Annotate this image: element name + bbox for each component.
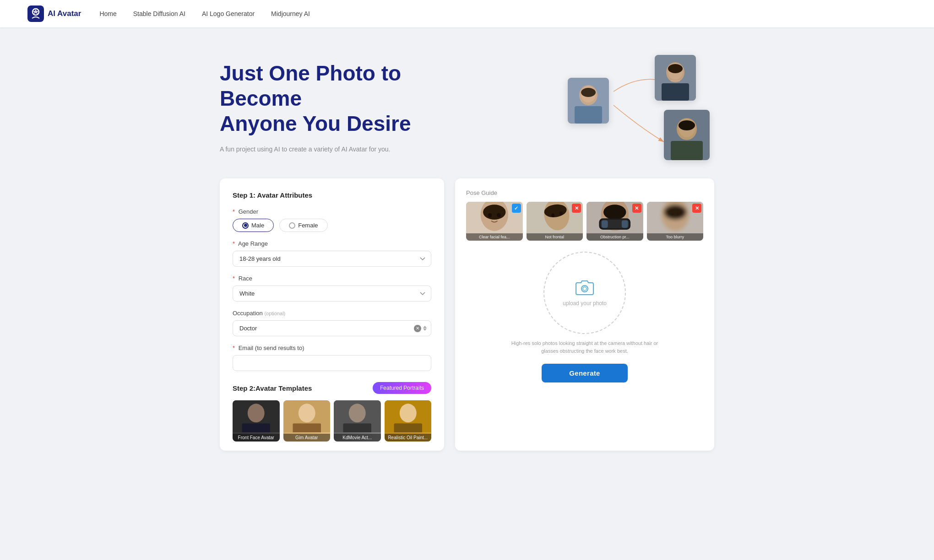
upload-text: upload your photo [563,300,607,307]
hero-title: Just One Photo to Become Anyone You Desi… [220,61,458,137]
nav-home[interactable]: Home [99,10,116,17]
pose-badge-4: ✕ [692,204,701,213]
generate-button[interactable]: Generate [542,364,627,382]
upload-hint: High-res solo photos looking straight at… [502,339,667,355]
pose-badge-1: ✓ [512,204,521,213]
featured-portraits-btn[interactable]: Featured Portraits [373,382,431,394]
pose-label-4: Too blurry [647,233,704,241]
svg-point-52 [678,213,681,218]
nav-ai-logo[interactable]: AI Logo Generator [202,10,255,17]
pose-badge-3: ✕ [632,204,641,213]
age-label: * Age Range [233,240,431,247]
step2-title: Step 2:Avatar Templates [233,384,312,392]
pose-label-2: Not frontal [527,233,583,241]
pose-badge-2: ✕ [572,204,581,213]
pose-grid: ✓ Clear facial fea... ✕ Not frontal [466,202,703,241]
hero-photo-top [655,55,696,101]
template-label-1: Front Face Avatar [233,434,280,442]
logo-text: AI Avatar [48,9,81,18]
hero-images [568,55,714,160]
svg-point-20 [248,404,265,422]
spin-icon[interactable] [423,326,427,331]
svg-rect-27 [343,423,372,432]
left-panel: Step 1: Avatar Attributes * Gender Male … [220,178,444,451]
occupation-wrapper: ✕ [233,320,431,336]
gender-label: * Gender [233,208,431,215]
hero-photo-main [568,78,609,124]
svg-point-54 [583,287,586,291]
template-card-3[interactable]: KdMovie Act... [334,400,381,442]
template-card-2[interactable]: Gim Avatar [283,400,331,442]
svg-point-51 [669,213,673,218]
svg-point-43 [603,205,626,220]
step1-title: Step 1: Avatar Attributes [233,191,431,199]
email-label: * Email (to send results to) [233,345,431,351]
svg-point-23 [298,404,315,422]
right-panel: Pose Guide ✓ Clear facial fea... [455,178,714,451]
svg-rect-24 [293,423,321,432]
pose-card-4: ✕ Too blurry [647,202,704,241]
occupation-icons: ✕ [414,325,427,332]
hero-subtitle: A fun project using AI to create a varie… [220,144,458,154]
hero-section: Just One Photo to Become Anyone You Desi… [192,27,742,178]
nav-stable-diffusion[interactable]: Stable Diffusion AI [133,10,185,17]
logo-icon [27,5,44,22]
templates-grid: Front Face Avatar Gim Avatar KdMovie Act… [233,400,431,442]
svg-rect-30 [394,423,422,432]
nav-midjourney[interactable]: Midjourney AI [271,10,310,17]
svg-point-39 [551,213,554,217]
svg-point-35 [497,213,500,218]
svg-rect-46 [602,220,608,227]
svg-point-33 [483,205,505,220]
svg-rect-47 [622,220,628,227]
hero-text: Just One Photo to Become Anyone You Desi… [220,61,458,154]
clear-icon[interactable]: ✕ [414,325,421,332]
pose-label-1: Clear facial fea... [466,233,523,241]
gender-male[interactable]: Male [233,219,274,232]
svg-rect-5 [575,106,602,124]
svg-point-26 [349,404,366,422]
svg-point-34 [488,213,492,218]
svg-rect-10 [662,83,689,101]
hero-photo-bottom [664,110,710,160]
template-label-4: Realistic Oil Paint... [385,434,432,442]
age-select[interactable]: 18-28 years old 29-38 years old 39-50 ye… [233,251,431,267]
occupation-label: Occupation (optional) [233,310,431,317]
svg-rect-0 [27,5,44,22]
svg-point-18 [679,120,695,130]
gender-female[interactable]: Female [279,219,327,232]
template-card-4[interactable]: Realistic Oil Paint... [385,400,432,442]
occupation-input[interactable] [233,320,431,336]
step2-header: Step 2:Avatar Templates Featured Portrai… [233,382,431,394]
nav-links: Home Stable Diffusion AI AI Logo Generat… [99,10,310,18]
main-container: Step 1: Avatar Attributes * Gender Male … [201,178,733,451]
pose-label-3: Obstruction pr... [586,233,643,241]
navbar: AI Avatar Home Stable Diffusion AI AI Lo… [0,0,934,27]
pose-guide-title: Pose Guide [466,189,497,196]
template-label-2: Gim Avatar [283,434,331,442]
svg-rect-21 [242,423,271,432]
svg-point-40 [559,211,563,215]
svg-point-53 [581,285,588,292]
race-select[interactable]: White Asian Black Hispanic Other [233,285,431,302]
radio-male [242,222,249,229]
svg-point-50 [664,205,686,220]
svg-point-7 [581,88,596,97]
gender-group: Male Female [233,219,431,232]
race-label: * Race [233,275,431,282]
template-card-1[interactable]: Front Face Avatar [233,400,280,442]
logo[interactable]: AI Avatar [27,5,81,22]
pose-card-3: ✕ Obstruction pr... [586,202,643,241]
svg-rect-16 [671,141,703,160]
svg-point-12 [668,64,683,73]
pose-card-2: ✕ Not frontal [527,202,583,241]
svg-point-29 [399,404,416,422]
radio-female [289,222,295,229]
upload-area[interactable]: upload your photo [543,252,626,334]
email-input[interactable] [233,355,431,371]
pose-card-1: ✓ Clear facial fea... [466,202,523,241]
camera-icon [575,279,595,296]
svg-rect-13 [671,80,680,81]
template-label-3: KdMovie Act... [334,434,381,442]
